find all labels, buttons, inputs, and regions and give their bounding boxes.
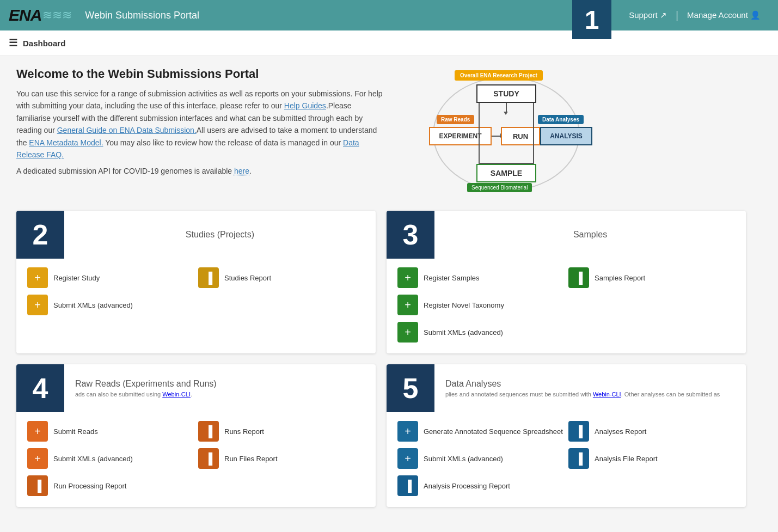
register-study-action[interactable]: + Register Study xyxy=(27,267,194,288)
card-title-area-3: Samples xyxy=(434,211,746,259)
diagram-seq-bio-label: Sequenced Biomaterial xyxy=(467,183,532,192)
submit-xml-study-btn[interactable]: + xyxy=(27,295,48,315)
register-novel-taxonomy-action[interactable]: + Register Novel Taxonomy xyxy=(397,295,564,315)
submit-reads-btn[interactable]: + xyxy=(27,421,48,442)
card-header-row-5: 5 Data Analyses plies and annotated sequ… xyxy=(387,364,746,412)
card-body-2: + Register Study ▐ Studies Report + Subm… xyxy=(16,259,376,326)
card-raw-reads: 4 Raw Reads (Experiments and Runs) ads c… xyxy=(16,364,376,507)
card-title-3: Samples xyxy=(573,230,607,240)
general-guide-link[interactable]: General Guide on ENA Data Submission. xyxy=(57,126,197,134)
webcli-link-5[interactable]: Webin-CLI xyxy=(593,391,621,398)
logo: ENA ≋≋≋ xyxy=(9,6,72,25)
run-processing-report-btn[interactable]: ▐ xyxy=(27,475,48,496)
diagram-study-box: STUDY xyxy=(476,84,536,103)
card-body-3: + Register Samples ▐ Samples Report + Re… xyxy=(387,259,746,353)
run-files-report-label: Run Files Report xyxy=(224,455,278,463)
analyses-report-btn[interactable]: ▐ xyxy=(568,421,589,442)
generate-annotated-label: Generate Annotated Sequence Spreadsheet xyxy=(424,427,563,436)
header: ENA ≋≋≋ Webin Submissions Portal 1 Suppo… xyxy=(0,0,778,30)
para1d-text: You may also like to review how the rele… xyxy=(103,138,343,147)
card-studies: 2 Studies (Projects) + Register Study ▐ … xyxy=(16,211,376,353)
submit-reads-action[interactable]: + Submit Reads xyxy=(27,421,194,442)
samples-report-label: Samples Report xyxy=(595,274,645,282)
breadcrumb: Dashboard xyxy=(23,39,65,48)
studies-report-btn[interactable]: ▐ xyxy=(198,267,219,288)
submit-xml-study-label: Submit XMLs (advanced) xyxy=(53,301,133,309)
manage-account-link[interactable]: Manage Account 👤 xyxy=(678,10,769,20)
dna-icon: ≋≋≋ xyxy=(42,8,72,22)
samples-report-btn[interactable]: ▐ xyxy=(568,267,589,288)
header-right: 1 Support ↗ | Manage Account 👤 xyxy=(572,0,769,39)
submit-xml-reads-btn[interactable]: + xyxy=(27,448,48,469)
studies-report-action[interactable]: ▐ Studies Report xyxy=(198,267,365,288)
card-title-area-4: Raw Reads (Experiments and Runs) ads can… xyxy=(64,364,376,412)
cards-grid: 2 Studies (Projects) + Register Study ▐ … xyxy=(16,211,746,507)
studies-report-label: Studies Report xyxy=(224,274,271,282)
register-novel-taxonomy-label: Register Novel Taxonomy xyxy=(424,301,504,309)
submit-xml-reads-label: Submit XMLs (advanced) xyxy=(53,455,133,463)
generate-annotated-btn[interactable]: + xyxy=(397,421,418,442)
diagram-data-analyses-label: Data Analyses xyxy=(538,115,584,124)
welcome-para2: A dedicated submission API for COVID-19 … xyxy=(16,165,387,177)
card-subtitle-4: ads can also be submitted using Webin-CL… xyxy=(75,391,192,398)
header-links: Support ↗ | Manage Account 👤 xyxy=(620,9,769,22)
submit-xml-analyses-label: Submit XMLs (advanced) xyxy=(424,455,503,463)
webcli-link-4[interactable]: Webin-CLI xyxy=(162,391,191,398)
submit-reads-label: Submit Reads xyxy=(53,427,98,436)
header-divider: | xyxy=(676,9,678,22)
submit-xml-analyses-action[interactable]: + Submit XMLs (advanced) xyxy=(397,448,564,469)
submit-xml-study-action[interactable]: + Submit XMLs (advanced) xyxy=(27,295,194,315)
welcome-para1: You can use this service for a range of … xyxy=(16,88,387,161)
runs-report-action[interactable]: ▐ Runs Report xyxy=(198,421,365,442)
logo-text: ENA xyxy=(9,6,41,25)
runs-report-label: Runs Report xyxy=(224,427,264,436)
analysis-file-report-action[interactable]: ▐ Analysis File Report xyxy=(568,448,735,469)
welcome-text: Welcome to the Webin Submissions Portal … xyxy=(16,67,387,198)
register-samples-action[interactable]: + Register Samples xyxy=(397,267,564,288)
submit-xml-analyses-btn[interactable]: + xyxy=(397,448,418,469)
register-novel-taxonomy-btn[interactable]: + xyxy=(397,295,418,315)
analysis-processing-report-label: Analysis Processing Report xyxy=(424,482,510,490)
runs-report-btn[interactable]: ▐ xyxy=(198,421,219,442)
step-number-1: 1 xyxy=(572,0,611,39)
card-samples: 3 Samples + Register Samples ▐ Samples R… xyxy=(387,211,746,353)
card-title-4: Raw Reads (Experiments and Runs) xyxy=(75,379,217,389)
samples-report-action[interactable]: ▐ Samples Report xyxy=(568,267,735,288)
support-link[interactable]: Support ↗ xyxy=(620,10,676,20)
diagram-overall-label: Overall ENA Research Project xyxy=(455,70,543,81)
submit-xml-samples-action[interactable]: + Submit XMLs (advanced) xyxy=(397,322,564,343)
here-link[interactable]: here xyxy=(234,167,249,175)
analysis-file-report-btn[interactable]: ▐ xyxy=(568,448,589,469)
para2-prefix: A dedicated submission API for COVID-19 … xyxy=(16,167,234,175)
run-processing-report-action[interactable]: ▐ Run Processing Report xyxy=(27,475,194,496)
hamburger-icon[interactable]: ☰ xyxy=(9,37,17,49)
card-number-5: 5 xyxy=(387,364,434,412)
analyses-report-label: Analyses Report xyxy=(595,427,646,436)
run-processing-report-label: Run Processing Report xyxy=(53,482,126,490)
portal-title: Webin Submissions Portal xyxy=(85,10,199,21)
metadata-model-link[interactable]: ENA Metadata Model. xyxy=(29,138,103,147)
card-title-area-2: Studies (Projects) xyxy=(64,211,376,259)
analysis-processing-report-btn[interactable]: ▐ xyxy=(397,475,418,496)
run-files-report-btn[interactable]: ▐ xyxy=(198,448,219,469)
analyses-report-action[interactable]: ▐ Analyses Report xyxy=(568,421,735,442)
diagram-raw-reads-label: Raw Reads xyxy=(437,115,474,124)
card-body-5: + Generate Annotated Sequence Spreadshee… xyxy=(387,412,746,507)
card-title-area-5: Data Analyses plies and annotated sequen… xyxy=(434,364,746,412)
submit-xml-reads-action[interactable]: + Submit XMLs (advanced) xyxy=(27,448,194,469)
card-number-4: 4 xyxy=(16,364,64,412)
register-samples-label: Register Samples xyxy=(424,274,480,282)
submit-xml-samples-btn[interactable]: + xyxy=(397,322,418,343)
welcome-heading: Welcome to the Webin Submissions Portal xyxy=(16,67,387,81)
register-study-btn[interactable]: + xyxy=(27,267,48,288)
analysis-processing-report-action[interactable]: ▐ Analysis Processing Report xyxy=(397,475,564,496)
diagram-run-box: RUN xyxy=(501,127,540,145)
help-guides-link[interactable]: Help Guides xyxy=(284,101,326,110)
generate-annotated-action[interactable]: + Generate Annotated Sequence Spreadshee… xyxy=(397,421,564,442)
diagram-sample-box: SAMPLE xyxy=(476,164,536,182)
register-study-label: Register Study xyxy=(53,274,100,282)
card-subtitle-prefix-5: plies and annotated sequences must be su… xyxy=(445,391,593,398)
bottom-horizontal-line xyxy=(479,163,533,164)
run-files-report-action[interactable]: ▐ Run Files Report xyxy=(198,448,365,469)
register-samples-btn[interactable]: + xyxy=(397,267,418,288)
